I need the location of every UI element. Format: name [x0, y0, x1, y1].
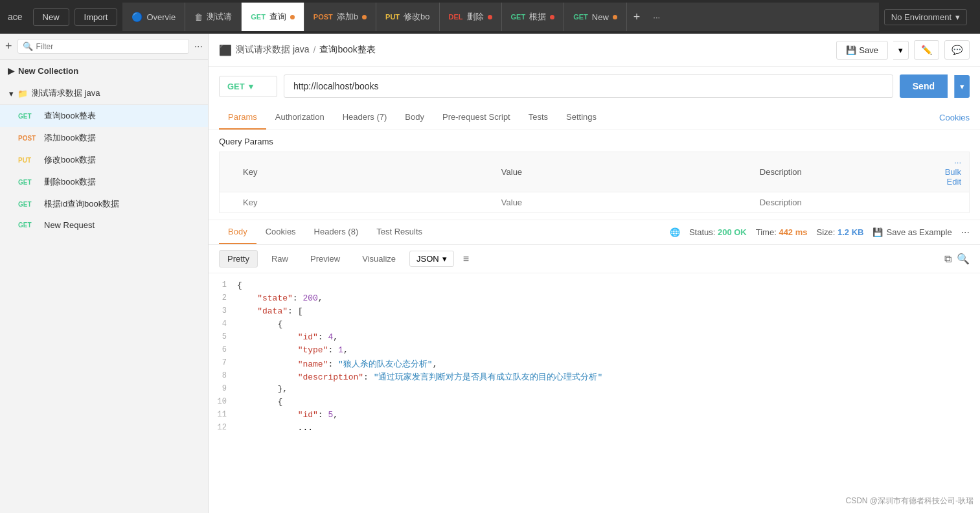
tabs-container: 🔵 Overvie 🗑 测试请 GET 查询 POST 添加b PUT 修改bo…	[122, 3, 878, 31]
search-code-button[interactable]: 🔍	[957, 253, 970, 265]
chevron-right-icon: ▶	[8, 66, 14, 76]
view-preview-button[interactable]: Preview	[302, 250, 348, 268]
code-line-6: 6 "type": 1,	[209, 345, 980, 358]
tab-body[interactable]: Body	[396, 106, 433, 130]
tab-put[interactable]: PUT 修改bo	[376, 3, 439, 31]
format-chevron-icon: ▾	[442, 254, 447, 264]
breadcrumb-collection: 测试请求数据 java	[236, 44, 310, 56]
breadcrumb-separator: /	[313, 45, 316, 55]
view-visualize-button[interactable]: Visualize	[354, 250, 404, 268]
send-dropdown-button[interactable]: ▾	[954, 75, 970, 98]
request-item-1[interactable]: POST 添加book数据	[0, 127, 208, 149]
tab-overview-label: Overvie	[146, 12, 176, 22]
resp-tab-headers[interactable]: Headers (8)	[305, 220, 368, 244]
time-label: Time: 442 ms	[756, 227, 808, 237]
size-value: 1.2 KB	[838, 227, 863, 237]
code-line-7: 7 "name": "狼人杀的队友心态分析",	[209, 358, 980, 370]
sidebar-add-button[interactable]: +	[5, 40, 12, 53]
tab-del-dot	[488, 15, 492, 19]
method-select[interactable]: GET ▾	[219, 76, 277, 97]
params-row-empty	[220, 192, 970, 213]
desc-input[interactable]	[760, 198, 929, 207]
code-line-11: 11 "id": 5,	[209, 409, 980, 422]
env-selector[interactable]: No Environment ▾	[884, 9, 967, 25]
sidebar-collection[interactable]: ▶ New Collection	[0, 60, 208, 82]
tab-headers[interactable]: Headers (7)	[334, 106, 396, 130]
save-example-button[interactable]: 💾 Save as Example	[872, 227, 952, 237]
content-area: ⬛ 测试请求数据 java / 查询book整表 💾 Save ▾ ✏️ 💬 G…	[209, 34, 980, 513]
tab-get-new[interactable]: GET New	[564, 3, 627, 31]
save-dropdown-button[interactable]: ▾	[893, 41, 909, 60]
request-label-0: 查询book整表	[44, 110, 96, 122]
tab-prerequest[interactable]: Pre-request Script	[433, 106, 519, 130]
request-tabs: Params Authorization Headers (7) Body Pr…	[209, 106, 980, 130]
view-pretty-button[interactable]: Pretty	[219, 250, 258, 268]
request-label-5: New Request	[44, 220, 95, 230]
response-more-button[interactable]: ···	[961, 227, 970, 238]
wrap-lines-button[interactable]: ≡	[463, 253, 469, 265]
tab-post-add[interactable]: POST 添加b	[304, 3, 376, 31]
row-key-cell[interactable]	[235, 192, 494, 213]
request-item-2[interactable]: PUT 修改book数据	[0, 149, 208, 171]
req-tab-list: Params Authorization Headers (7) Body Pr…	[219, 106, 606, 130]
code-line-4: 4 {	[209, 319, 980, 332]
tab-authorization[interactable]: Authorization	[266, 106, 334, 130]
breadcrumb-actions: 💾 Save ▾ ✏️ 💬	[836, 40, 970, 60]
url-input[interactable]	[284, 74, 893, 98]
comment-icon-button[interactable]: 💬	[944, 40, 970, 60]
tab-tests[interactable]: Tests	[519, 106, 557, 130]
tab-test-req[interactable]: 🗑 测试请	[185, 3, 242, 31]
tab-overview[interactable]: 🔵 Overvie	[122, 3, 185, 31]
sidebar-search-input[interactable]	[36, 42, 184, 51]
search-icon: 🔍	[23, 41, 33, 51]
sidebar-more-button[interactable]: ···	[194, 41, 203, 52]
new-button[interactable]: New	[33, 8, 69, 26]
overview-icon: 🔵	[131, 12, 142, 22]
sidebar-folder[interactable]: ▾ 📁 测试请求数据 java	[0, 82, 208, 105]
resp-tab-testresults[interactable]: Test Results	[367, 220, 431, 244]
code-line-12: 12 ...	[209, 422, 980, 435]
resp-tab-body[interactable]: Body	[219, 220, 256, 244]
code-line-8: 8 "description": "通过玩家发言判断对方是否具有成立队友的目的心…	[209, 370, 980, 383]
resp-tab-cookies[interactable]: Cookies	[256, 220, 305, 244]
save-button[interactable]: 💾 Save	[836, 41, 888, 60]
tab-get-new-label: New	[592, 12, 609, 22]
cookies-button[interactable]: Cookies	[939, 113, 970, 122]
send-button[interactable]: Send	[900, 74, 948, 98]
chevron-down-icon: ▾	[9, 89, 14, 98]
response-tabs: Body Cookies Headers (8) Test Results 🌐 …	[209, 220, 980, 245]
request-item-0[interactable]: GET 查询book整表	[0, 105, 208, 127]
globe-icon: 🌐	[670, 227, 680, 237]
request-item-5[interactable]: GET New Request	[0, 215, 208, 235]
sidebar-toolbar: + 🔍 ···	[0, 34, 208, 60]
tab-get-query[interactable]: GET 查询	[242, 3, 304, 31]
format-select[interactable]: JSON ▾	[409, 251, 454, 267]
request-method-1: POST	[18, 135, 39, 142]
tab-settings[interactable]: Settings	[557, 106, 606, 130]
save-label: Save	[859, 45, 878, 55]
tab-method-put: PUT	[385, 13, 400, 21]
code-line-2: 2 "state": 200,	[209, 293, 980, 306]
key-input[interactable]	[243, 198, 486, 207]
row-value-cell[interactable]	[494, 192, 752, 213]
method-chevron-icon: ▾	[249, 82, 253, 91]
value-input[interactable]	[501, 198, 744, 207]
edit-icon-button[interactable]: ✏️	[914, 40, 939, 60]
tab-params[interactable]: Params	[219, 106, 266, 130]
request-item-4[interactable]: GET 根据id查询book数据	[0, 193, 208, 215]
row-desc-cell[interactable]	[752, 192, 937, 213]
code-content: 1 { 2 "state": 200, 3 "data": [ 4 {	[209, 273, 980, 513]
view-raw-button[interactable]: Raw	[263, 250, 297, 268]
app-name: ace	[8, 12, 23, 22]
import-button[interactable]: Import	[74, 8, 118, 26]
request-item-3[interactable]: GET 删除book数据	[0, 171, 208, 193]
params-table: Key Value Description ··· Bulk Edit	[219, 152, 970, 213]
tab-del[interactable]: DEL 删除	[440, 3, 502, 31]
request-label-2: 修改book数据	[44, 154, 96, 166]
request-method-2: PUT	[18, 157, 39, 164]
add-tab-button[interactable]: +	[627, 3, 647, 31]
copy-code-button[interactable]: ⧉	[944, 253, 952, 265]
tab-get-root[interactable]: GET 根据	[502, 3, 565, 31]
bulk-edit-button[interactable]: ··· Bulk Edit	[945, 157, 961, 187]
tabs-more-button[interactable]: ···	[646, 3, 667, 31]
